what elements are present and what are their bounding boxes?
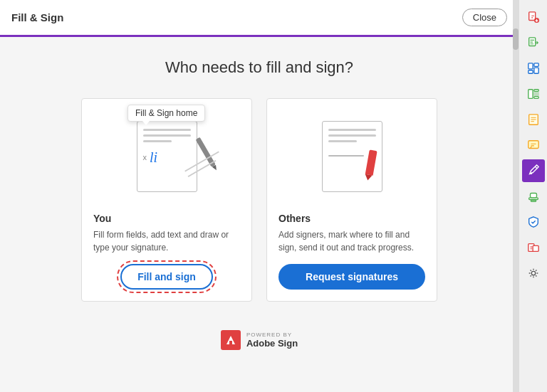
translate-icon[interactable]: [522, 31, 545, 54]
svg-rect-10: [533, 92, 538, 95]
note-icon[interactable]: [522, 108, 545, 131]
pen-tip: [212, 165, 218, 171]
doc-base: x li: [137, 121, 197, 192]
doc-line-3: [143, 140, 172, 142]
organize-icon[interactable]: [522, 57, 545, 80]
scroll-thumb[interactable]: [513, 28, 519, 50]
doc-line-1: [143, 129, 191, 131]
svg-rect-16: [531, 200, 536, 201]
organize-pages-icon[interactable]: [522, 236, 545, 259]
settings-icon[interactable]: [522, 262, 545, 285]
panel-title: Fill & Sign: [11, 11, 63, 23]
others-line-2: [328, 134, 376, 137]
you-doc: x li: [137, 121, 197, 192]
compress-icon[interactable]: [522, 83, 545, 105]
fill-sign-sidebar-icon[interactable]: [522, 159, 545, 182]
you-illustration: Fill & Sign home x li: [120, 110, 213, 203]
svg-rect-9: [528, 90, 532, 99]
request-signatures-button[interactable]: Request signatures: [278, 264, 425, 290]
svg-rect-6: [533, 63, 538, 67]
adobe-footer: POWERED BY Adobe Sign: [221, 330, 298, 350]
comment-icon[interactable]: [522, 134, 545, 157]
svg-rect-1: [229, 341, 232, 344]
right-sidebar: [519, 0, 547, 392]
cards-row: Fill & Sign home x li: [81, 98, 437, 302]
svg-point-20: [531, 271, 535, 275]
you-card: Fill & Sign home x li: [81, 98, 252, 302]
export-pdf-icon[interactable]: [522, 6, 545, 28]
svg-rect-12: [533, 97, 538, 99]
marker-tip: [364, 174, 372, 181]
others-doc-base: x: [322, 121, 382, 192]
fill-sign-button[interactable]: Fill and sign: [120, 264, 213, 290]
adobe-text: POWERED BY Adobe Sign: [246, 332, 298, 349]
others-card: x Others Add signers, mark where to fill…: [266, 98, 437, 302]
powered-by-label: POWERED BY: [246, 332, 298, 338]
you-description: Fill form fields, add text and draw or t…: [93, 228, 240, 254]
adobe-sign-label: Adobe Sign: [246, 338, 298, 349]
others-doc: x: [322, 121, 382, 192]
page-title: Who needs to fill and sign?: [165, 58, 353, 77]
body: Who needs to fill and sign? Fill & Sign …: [0, 37, 519, 392]
adobe-logo-icon: [225, 334, 236, 346]
others-illustration: x: [306, 110, 398, 203]
main-content: Fill & Sign Close Who needs to fill and …: [0, 0, 519, 392]
others-title: Others: [278, 213, 311, 224]
tooltip-label: Fill & Sign home: [135, 108, 197, 118]
svg-rect-5: [528, 63, 532, 69]
stroke-2: [187, 160, 216, 177]
svg-rect-19: [533, 245, 538, 251]
others-line-3: [328, 140, 357, 142]
others-description: Add signers, mark where to fill and sign…: [278, 228, 425, 254]
svg-rect-8: [528, 70, 532, 74]
sig-x: x: [143, 153, 147, 161]
scrollbar[interactable]: [513, 0, 519, 392]
header: Fill & Sign Close: [0, 0, 519, 37]
svg-rect-17: [530, 194, 536, 198]
svg-rect-11: [533, 90, 538, 92]
sig-script: li: [150, 150, 157, 164]
stamp-icon[interactable]: [522, 185, 545, 208]
svg-rect-7: [533, 68, 538, 73]
close-button[interactable]: Close: [462, 9, 507, 26]
protect-icon[interactable]: [522, 211, 545, 233]
signature-area: x li: [143, 150, 191, 164]
you-title: You: [93, 213, 111, 224]
adobe-logo: [221, 330, 241, 350]
sig-underline: [328, 155, 364, 157]
others-line-1: [328, 129, 376, 131]
doc-line-2: [143, 134, 191, 137]
tooltip: Fill & Sign home: [127, 105, 205, 122]
svg-rect-14: [528, 141, 538, 149]
